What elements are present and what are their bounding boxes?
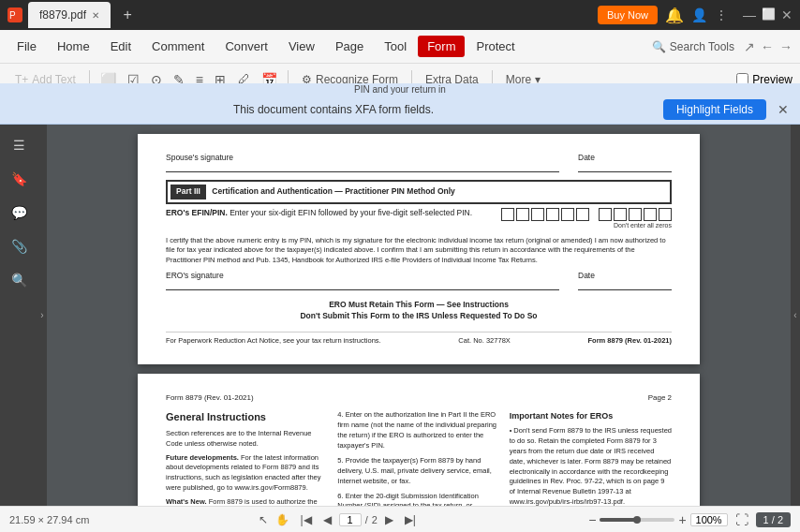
menu-form[interactable]: Form [418, 36, 465, 57]
dont-enter-zeros: Don't enter all zeros [501, 221, 672, 230]
sidebar-item-search[interactable]: 🔍 [6, 267, 32, 293]
page-indicator: / 2 [339, 513, 378, 526]
spouse-sig-section: Spouse's signature [166, 153, 559, 172]
efin-boxes-section: Don't enter all zeros [501, 208, 672, 230]
whats-new-bold: What's New. [166, 497, 207, 506]
notifications-icon[interactable]: 🔔 [665, 7, 684, 24]
future-dev: Future developments. For the latest info… [166, 453, 328, 495]
left-panel-collapse[interactable]: › [37, 125, 47, 506]
efin-box-3 [531, 208, 544, 221]
menu-file[interactable]: File [7, 36, 46, 57]
total-pages: 2 [372, 514, 378, 525]
cat-no: Cat. No. 32778X [458, 336, 510, 347]
page2-form-label: Form 8879 (Rev. 01-2021) [166, 392, 254, 403]
date-label-2: Date [578, 271, 672, 282]
pin-box-2 [614, 208, 627, 221]
share-icon[interactable]: ↗ [744, 39, 755, 54]
zoom-slider-fill [600, 518, 637, 522]
window-controls: — ⬜ ✕ [743, 7, 793, 22]
efin-boxes [501, 208, 672, 221]
fit-page-icon[interactable]: ⛶ [735, 512, 748, 527]
pin-box-4 [644, 208, 657, 221]
page2-header: Form 8879 (Rev. 01-2021) Page 2 [166, 392, 672, 403]
new-tab-button[interactable]: + [116, 4, 139, 26]
efin-row: ERO's EFIN/PIN. Enter your six-digit EFI… [166, 208, 672, 230]
pointer-tool-icon[interactable]: ↖ [259, 513, 268, 526]
part3-header-box: Part III Certification and Authenticatio… [166, 180, 672, 204]
ero-sig-label: ERO's signature [166, 271, 559, 282]
right-panel-collapse[interactable]: ‹ [791, 125, 800, 506]
prev-page-button[interactable]: ◀ [319, 511, 335, 528]
date-section-1: Date [578, 153, 672, 172]
menu-convert[interactable]: Convert [215, 36, 277, 57]
active-tab[interactable]: f8879.pdf ✕ [28, 2, 111, 28]
zoom-input[interactable] [690, 513, 728, 526]
maximize-button[interactable]: ⬜ [762, 7, 776, 22]
efin-box-4 [546, 208, 559, 221]
pdf-area[interactable]: Spouse's signature Date Part III Certifi… [47, 125, 791, 506]
nav-controls: |◀ ◀ / 2 ▶ ▶| [297, 511, 420, 528]
page1-footer: For Paperwork Reduction Act Notice, see … [166, 332, 672, 347]
zoom-in-button[interactable]: + [678, 512, 686, 527]
zoom-out-button[interactable]: − [588, 512, 596, 527]
menu-edit[interactable]: Edit [101, 36, 141, 57]
zoom-slider[interactable] [600, 518, 674, 522]
tab-filename: f8879.pdf [39, 8, 86, 22]
menu-tool[interactable]: Tool [375, 36, 416, 57]
part3-tag: Part III [170, 185, 206, 200]
svg-text:P: P [9, 10, 16, 21]
search-icon: 🔍 [652, 40, 666, 53]
menu-page[interactable]: Page [326, 36, 373, 57]
gen-para1: Section references are to the Internal R… [166, 429, 328, 450]
important-notes-title: Important Notes for EROs [510, 410, 672, 422]
xfa-notification-bar: PIN and your return in This document con… [0, 96, 800, 125]
title-bar-right: Buy Now 🔔 👤 ⋮ — ⬜ ✕ [598, 6, 793, 24]
highlight-fields-button[interactable]: Highlight Fields [663, 99, 766, 120]
ero-sig-section: ERO's signature [166, 271, 559, 290]
menu-home[interactable]: Home [48, 36, 99, 57]
future-bold: Future developments. [166, 453, 239, 462]
minimize-button[interactable]: — [743, 7, 756, 22]
col2-p6: 6. Enter the 20-digit Submission Identif… [337, 492, 499, 506]
xfa-close-icon[interactable]: ✕ [778, 102, 789, 117]
sidebar-item-comment[interactable]: 💬 [6, 200, 32, 226]
menu-comment[interactable]: Comment [142, 36, 214, 57]
zoom-slider-thumb[interactable] [633, 516, 641, 524]
hand-tool-icon[interactable]: ✋ [275, 513, 289, 526]
gen-instructions-title: General Instructions [166, 410, 328, 424]
menu-protect[interactable]: Protect [467, 36, 524, 57]
page-count-badge: 1 / 2 [756, 512, 791, 527]
menu-view[interactable]: View [279, 36, 324, 57]
page2-content: Form 8879 (Rev. 01-2021) Page 2 General … [166, 392, 672, 506]
pin-notice-text: PIN and your return in [0, 83, 800, 96]
close-button[interactable]: ✕ [781, 7, 793, 22]
window-actions: ↗ ← → [744, 39, 793, 54]
next-page-button[interactable]: ▶ [381, 511, 397, 528]
part3-title: Certification and Authentication — Pract… [212, 186, 454, 196]
first-page-button[interactable]: |◀ [297, 511, 316, 528]
whats-new: What's New. Form 8879 is used to authori… [166, 497, 328, 506]
pdf-page-1: Spouse's signature Date Part III Certifi… [138, 134, 700, 364]
efin-desc-section: ERO's EFIN/PIN. Enter your six-digit EFI… [166, 208, 501, 219]
retain-line2: Don't Submit This Form to the IRS Unless… [166, 311, 672, 322]
menu-dots-icon[interactable]: ⋮ [715, 7, 728, 22]
pin-box-1 [599, 208, 612, 221]
account-icon[interactable]: 👤 [691, 7, 707, 22]
sidebar-item-bookmark[interactable]: 🔖 [6, 166, 32, 192]
title-bar: P f8879.pdf ✕ + Buy Now 🔔 👤 ⋮ — ⬜ ✕ [0, 0, 800, 30]
tab-close-icon[interactable]: ✕ [92, 10, 99, 21]
efin-box-1 [501, 208, 514, 221]
efin-box-6 [576, 208, 589, 221]
forward-icon[interactable]: → [779, 39, 793, 54]
search-tools[interactable]: 🔍 Search Tools [652, 40, 734, 53]
bottom-bar: 21.59 × 27.94 cm ↖ ✋ |◀ ◀ / 2 ▶ ▶| − + ⛶… [0, 506, 800, 532]
last-page-button[interactable]: ▶| [401, 511, 420, 528]
ero-sig-line [166, 289, 559, 290]
sidebar-item-menu[interactable]: ☰ [6, 132, 32, 158]
back-icon[interactable]: ← [761, 39, 774, 54]
buy-now-button[interactable]: Buy Now [598, 6, 658, 24]
current-page-input[interactable] [339, 513, 362, 526]
col2-p5: 5. Provide the taxpayer(s) Form 8879 by … [337, 456, 499, 487]
col-general-instructions: General Instructions Section references … [166, 410, 328, 506]
sidebar-item-attachment[interactable]: 📎 [6, 233, 32, 259]
